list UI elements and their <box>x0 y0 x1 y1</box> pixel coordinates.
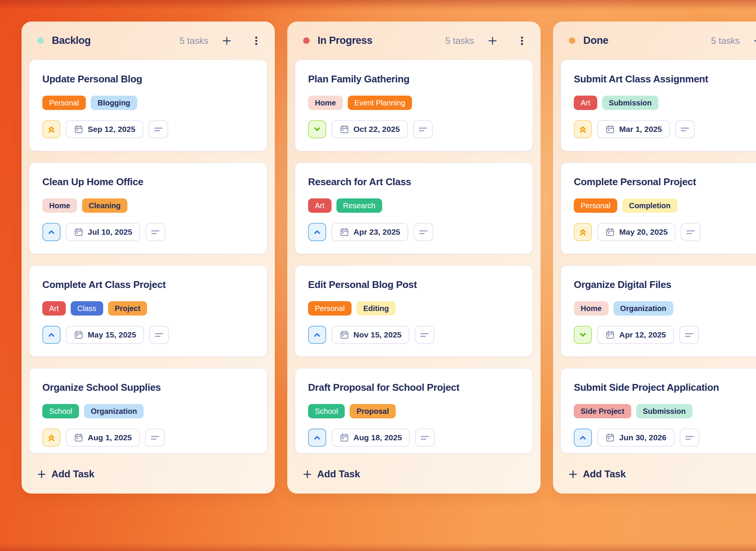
kanban-board: Backlog 5 tasks <box>22 22 756 494</box>
task-card[interactable]: Complete Art Class Project ArtClassProje… <box>29 265 267 357</box>
task-tag: Research <box>336 198 383 213</box>
column-menu-button[interactable] <box>251 35 261 46</box>
task-tag: School <box>42 404 79 418</box>
due-date-chip: Apr 12, 2025 <box>597 326 674 344</box>
task-tag: Class <box>71 301 103 316</box>
column-actions <box>753 35 756 46</box>
column-status-dot <box>303 37 310 44</box>
task-meta: Apr 12, 2025 <box>574 326 756 344</box>
task-tag: Blogging <box>91 96 137 110</box>
task-card[interactable]: Organize Digital Files HomeOrganization … <box>561 265 756 357</box>
task-tag: Side Project <box>574 404 631 418</box>
task-card[interactable]: Draft Proposal for School Project School… <box>295 368 533 453</box>
task-card[interactable]: Update Personal Blog PersonalBlogging Se… <box>29 60 267 151</box>
due-date-text: Aug 1, 2025 <box>88 433 132 442</box>
calendar-icon <box>74 433 84 443</box>
task-card[interactable]: Edit Personal Blog Post PersonalEditing … <box>295 265 533 357</box>
task-title: Research for Art Class <box>308 175 520 188</box>
tag-list: ArtClassProject <box>42 301 254 316</box>
task-title: Complete Personal Project <box>574 175 756 188</box>
due-date-text: Apr 23, 2025 <box>353 228 400 237</box>
task-card[interactable]: Submit Side Project Application Side Pro… <box>561 368 756 453</box>
priority-medium-icon <box>42 326 60 344</box>
priority-medium-icon <box>308 223 326 241</box>
add-card-button[interactable] <box>753 35 756 46</box>
column-actions <box>221 35 261 46</box>
plus-icon <box>568 469 578 479</box>
task-tag: School <box>308 404 345 418</box>
due-date-text: Apr 12, 2025 <box>619 330 666 339</box>
tag-list: ArtResearch <box>308 198 520 213</box>
kanban-column: Backlog 5 tasks <box>22 22 275 494</box>
calendar-icon <box>605 433 615 443</box>
task-title: Clean Up Home Office <box>42 175 254 188</box>
task-tag: Home <box>42 198 77 213</box>
add-task-button[interactable]: Add Task <box>37 468 94 480</box>
notes-icon <box>149 120 168 138</box>
notes-icon <box>680 429 699 447</box>
kanban-column: In Progress 5 tasks <box>287 22 541 494</box>
priority-low-icon <box>308 120 326 138</box>
task-title: Organize Digital Files <box>574 278 756 291</box>
tag-list: SchoolProposal <box>308 404 520 418</box>
due-date-chip: Jun 30, 2026 <box>597 429 674 447</box>
task-tag: Art <box>42 301 66 316</box>
notes-icon <box>413 120 433 138</box>
task-meta: Sep 12, 2025 <box>42 120 254 138</box>
task-meta: Oct 22, 2025 <box>308 120 520 138</box>
column-header: Backlog 5 tasks <box>22 22 275 60</box>
priority-high-icon <box>574 120 592 138</box>
notes-icon <box>146 223 165 241</box>
task-tag: Home <box>308 96 343 110</box>
column-task-count: 5 tasks <box>180 36 208 46</box>
task-tag: Event Planning <box>348 96 412 110</box>
tag-list: SchoolOrganization <box>42 404 254 418</box>
tag-list: HomeCleaning <box>42 198 254 213</box>
task-tag: Organization <box>84 404 144 418</box>
column-task-count: 5 tasks <box>711 36 740 46</box>
notes-icon <box>679 326 699 344</box>
task-title: Update Personal Blog <box>42 73 254 85</box>
task-tag: Art <box>574 96 597 110</box>
task-card[interactable]: Organize School Supplies SchoolOrganizat… <box>29 368 267 453</box>
task-tag: Personal <box>42 96 86 110</box>
column-title: Done <box>583 35 608 46</box>
plus-icon <box>753 35 756 46</box>
task-card[interactable]: Submit Art Class Assignment ArtSubmissio… <box>561 60 756 151</box>
tag-list: HomeEvent Planning <box>308 96 520 110</box>
task-card[interactable]: Plan Family Gathering HomeEvent Planning… <box>295 60 533 151</box>
card-list: Submit Art Class Assignment ArtSubmissio… <box>553 60 756 455</box>
add-task-button[interactable]: Add Task <box>568 468 626 480</box>
column-footer: Add Task <box>287 455 541 494</box>
calendar-icon <box>74 227 84 237</box>
due-date-text: Aug 18, 2025 <box>353 433 402 442</box>
column-footer: Add Task <box>22 455 275 494</box>
due-date-chip: Jul 10, 2025 <box>66 223 140 241</box>
priority-high-icon <box>42 120 60 138</box>
due-date-chip: Apr 23, 2025 <box>332 223 408 241</box>
calendar-icon <box>605 330 615 340</box>
due-date-text: Nov 15, 2025 <box>353 330 401 339</box>
add-task-button[interactable]: Add Task <box>302 468 360 480</box>
calendar-icon <box>74 330 84 340</box>
task-card[interactable]: Complete Personal Project PersonalComple… <box>561 163 756 254</box>
task-tag: Submission <box>636 404 692 418</box>
calendar-icon <box>339 433 349 443</box>
add-card-button[interactable] <box>487 35 498 46</box>
add-card-button[interactable] <box>221 35 232 46</box>
column-title: Backlog <box>52 35 91 46</box>
kanban-column: Done 5 tasks <box>553 22 756 494</box>
notes-icon <box>681 223 700 241</box>
task-card[interactable]: Research for Art Class ArtResearch Apr 2… <box>295 163 533 254</box>
task-tag: Home <box>574 301 609 316</box>
task-card[interactable]: Clean Up Home Office HomeCleaning Jul 10… <box>29 163 267 254</box>
tag-list: PersonalBlogging <box>42 96 254 110</box>
task-meta: Nov 15, 2025 <box>308 326 520 344</box>
plus-icon <box>302 469 312 479</box>
plus-icon <box>37 469 46 479</box>
notes-icon <box>415 326 434 344</box>
priority-medium-icon <box>308 429 326 447</box>
calendar-icon <box>74 124 84 134</box>
task-meta: Jun 30, 2026 <box>574 429 756 447</box>
column-menu-button[interactable] <box>517 35 527 46</box>
